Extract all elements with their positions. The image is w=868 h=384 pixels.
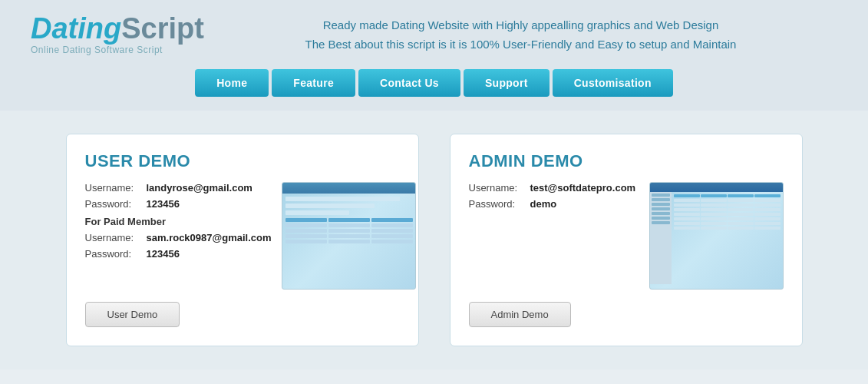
- paid-member-label: For Paid Member: [85, 216, 272, 227]
- admin-demo-box: ADMIN DEMO Username: test@softdatepro.co…: [450, 134, 803, 346]
- user-demo-screenshot: [282, 182, 416, 290]
- main-content: USER DEMO Username: landyrose@gmail.com …: [0, 111, 868, 369]
- logo: DatingScript: [31, 14, 204, 43]
- paid-password-value: 123456: [147, 248, 180, 260]
- nav-bar: Home Feature Contact Us Support Customis…: [0, 69, 868, 111]
- user-demo-info: Username: landyrose@gmail.com Password: …: [85, 182, 272, 290]
- tagline-line2: The Best about this script is it is 100%…: [227, 35, 814, 55]
- user-demo-inner: Username: landyrose@gmail.com Password: …: [85, 182, 400, 290]
- nav-feature[interactable]: Feature: [272, 69, 355, 97]
- paid-password-row: Password: 123456: [85, 248, 272, 260]
- admin-demo-inner: Username: test@softdatepro.com Password:…: [469, 182, 784, 290]
- logo-area: DatingScript Online Dating Software Scri…: [31, 14, 204, 55]
- admin-demo-info: Username: test@softdatepro.com Password:…: [469, 182, 639, 290]
- admin-password-row: Password: demo: [469, 198, 639, 210]
- header: DatingScript Online Dating Software Scri…: [0, 0, 868, 69]
- user-username-row: Username: landyrose@gmail.com: [85, 182, 272, 194]
- user-demo-title: USER DEMO: [85, 151, 400, 171]
- admin-username-label: Username:: [469, 182, 530, 194]
- user-demo-button[interactable]: User Demo: [85, 302, 180, 327]
- admin-username-row: Username: test@softdatepro.com: [469, 182, 639, 194]
- nav-contact-us[interactable]: Contact Us: [358, 69, 460, 97]
- admin-demo-button[interactable]: Admin Demo: [469, 302, 571, 327]
- paid-username-label: Username:: [85, 232, 147, 243]
- header-tagline: Ready made Dating Website with Highly ap…: [204, 15, 837, 55]
- nav-home[interactable]: Home: [195, 69, 269, 97]
- paid-password-label: Password:: [85, 248, 147, 260]
- user-password-value: 123456: [147, 198, 180, 210]
- paid-username-value: sam.rock0987@gmail.com: [147, 232, 272, 243]
- logo-script-text: Script: [121, 12, 204, 45]
- tagline-line1: Ready made Dating Website with Highly ap…: [227, 15, 814, 35]
- paid-username-row: Username: sam.rock0987@gmail.com: [85, 232, 272, 243]
- nav-support[interactable]: Support: [464, 69, 550, 97]
- user-password-label: Password:: [85, 198, 147, 210]
- admin-demo-screenshot: [649, 182, 784, 290]
- user-password-row: Password: 123456: [85, 198, 272, 210]
- logo-subtitle: Online Dating Software Script: [31, 45, 163, 55]
- admin-password-value: demo: [530, 198, 557, 210]
- admin-demo-title: ADMIN DEMO: [469, 151, 784, 171]
- admin-password-label: Password:: [469, 198, 530, 210]
- user-username-value: landyrose@gmail.com: [147, 182, 252, 194]
- user-username-label: Username:: [85, 182, 147, 194]
- nav-customisation[interactable]: Customisation: [553, 69, 673, 97]
- admin-username-value: test@softdatepro.com: [530, 182, 636, 194]
- logo-dating-text: Dating: [31, 12, 121, 45]
- user-demo-box: USER DEMO Username: landyrose@gmail.com …: [66, 134, 419, 346]
